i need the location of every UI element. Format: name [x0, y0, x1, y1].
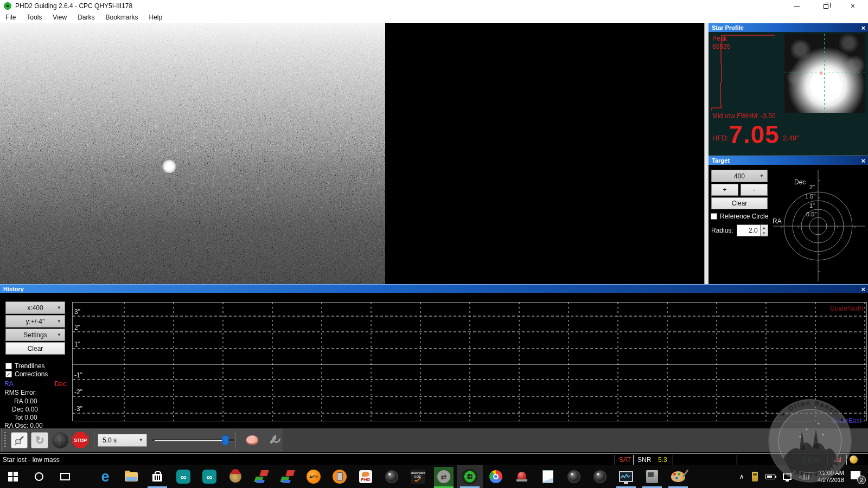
minimize-icon	[794, 6, 800, 7]
menu-view[interactable]: View	[47, 12, 72, 23]
ring-label-2: 2"	[809, 184, 815, 190]
auto-select-star-button[interactable]	[52, 432, 68, 448]
taskbar-item-backyard-eos[interactable]: BackyardEOS	[405, 465, 431, 488]
target-content: 400 ▼ + - Clear Reference Circle Radius:…	[709, 165, 868, 284]
taskbar-item-store[interactable]	[144, 465, 170, 488]
usb-device-icon[interactable]	[752, 472, 758, 481]
ra-axis-label: RA	[773, 217, 782, 225]
target-close-icon[interactable]: ×	[861, 157, 865, 165]
taskbar-item-arduino-2[interactable]: ∞	[196, 465, 222, 488]
battery-icon[interactable]	[765, 474, 775, 479]
taskbar-item-camera-1[interactable]	[379, 465, 405, 488]
status-separator	[737, 455, 737, 465]
taskbar-item-ascom-hub[interactable]: ⇄	[431, 465, 457, 488]
task-view-button[interactable]	[52, 465, 78, 488]
dec-legend-label[interactable]: Dec	[55, 380, 66, 388]
guide-star[interactable]	[162, 159, 176, 174]
taskbar-item-arduino-1[interactable]: ∞	[170, 465, 196, 488]
loop-exposures-button[interactable]: ↻	[31, 432, 48, 448]
history-xscale-dropdown[interactable]: x:400 ▼	[5, 301, 65, 314]
crosshair-horizontal-icon	[784, 73, 865, 73]
taskbar-item-edge[interactable]: e	[92, 465, 118, 488]
taskbar-item-sync-1[interactable]	[248, 465, 275, 488]
taskbar-item-notepad[interactable]	[535, 465, 561, 488]
taskbar-item-palette[interactable]	[665, 465, 691, 488]
stop-button[interactable]: STOP	[72, 432, 88, 448]
snr-label: SNR	[637, 456, 651, 464]
corrections-checkbox[interactable]: ✓	[5, 371, 12, 377]
hfd-value: 7.05	[729, 122, 780, 147]
phd2-target-icon	[462, 469, 477, 484]
status-bar: Star lost - low mass SAT SNR 5.3 Dark Ca…	[0, 453, 868, 465]
target-pane: Target × 400 ▼ + - Clear Reference Circl…	[709, 156, 868, 284]
taskbar-item-camera-3[interactable]	[587, 465, 613, 488]
store-icon	[152, 474, 162, 481]
search-button[interactable]	[26, 465, 52, 488]
taskbar-item-phd2-classic[interactable]: PHD	[353, 465, 379, 488]
advanced-settings-button[interactable]	[244, 432, 260, 448]
menu-darks[interactable]: Darks	[72, 12, 100, 23]
star-profile-curve	[709, 32, 782, 113]
taskbar-item-afx[interactable]: AFX	[301, 465, 327, 488]
ra-legend-label[interactable]: RA	[4, 380, 14, 388]
menu-help[interactable]: Help	[144, 12, 168, 23]
history-close-icon[interactable]: ×	[861, 285, 865, 293]
speaker-icon[interactable]: ◁)))	[799, 473, 809, 480]
trendlines-checkbox[interactable]	[5, 363, 12, 369]
taskbar-item-siren[interactable]	[509, 465, 535, 488]
alert-siren-icon	[516, 472, 527, 481]
chrome-icon	[489, 470, 502, 483]
history-settings-dropdown[interactable]: Settings ▼	[5, 329, 65, 341]
stretch-slider[interactable]	[152, 434, 232, 447]
history-yscale-dropdown[interactable]: y:+/-4'' ▼	[5, 315, 65, 328]
star-profile-close-icon[interactable]: ×	[861, 24, 865, 32]
ring-label-1p5: 1.5"	[805, 193, 815, 200]
menu-bookmarks[interactable]: Bookmarks	[100, 12, 144, 23]
y-label-m1: -1"	[74, 371, 82, 379]
taskbar-item-phd2-guiding[interactable]	[457, 465, 483, 488]
star-profile-pane: Star Profile × Peak 65535 + Mid row FWHM…	[709, 23, 868, 156]
taskbar-item-hand-controller[interactable]	[327, 465, 353, 488]
tray-chevron-icon[interactable]: ∧	[739, 473, 744, 480]
minimize-button[interactable]	[786, 0, 807, 12]
start-button[interactable]	[0, 465, 26, 488]
hand-controller-icon	[333, 470, 347, 484]
status-separator	[827, 455, 828, 465]
taskbar-item-graph-monitor[interactable]	[613, 465, 639, 488]
clock[interactable]: 12:00 AM 4/27/2018	[818, 470, 844, 484]
slider-handle[interactable]	[222, 435, 229, 445]
exposure-dropdown[interactable]: 5.0 s ▼	[98, 434, 147, 447]
loop-icon: ↻	[35, 434, 44, 447]
vertical-splitter[interactable]	[704, 23, 709, 284]
action-center-button[interactable]: 2	[851, 471, 863, 482]
arduino-icon: ∞	[202, 470, 216, 484]
file-explorer-icon	[125, 472, 138, 481]
exposure-value: 5.0 s	[103, 436, 117, 444]
hfd-readout: HFD: 7.05 2.49"	[712, 122, 799, 147]
camera-settings-button[interactable]	[264, 432, 281, 448]
taskbar-item-device[interactable]	[639, 465, 665, 488]
history-clear-button[interactable]: Clear	[5, 342, 65, 355]
backyard-eos-icon: BackyardEOS	[411, 470, 425, 484]
toolbar-grip[interactable]	[4, 432, 6, 448]
notification-badge: 2	[857, 476, 866, 484]
camera-lens-icon	[567, 470, 580, 483]
status-message: Star lost - low mass	[3, 456, 60, 464]
guide-camera-image[interactable]	[0, 23, 704, 284]
taskbar-item-file-explorer[interactable]	[118, 465, 144, 488]
fwhm-readout: Mid row FWHM: -3.50	[712, 112, 776, 120]
close-button[interactable]: ×	[842, 0, 864, 12]
brain-icon	[246, 435, 258, 445]
restore-button[interactable]	[815, 0, 837, 12]
taskbar-item-sync-2[interactable]	[275, 465, 301, 488]
guide-north-label: GuideNorth	[830, 305, 863, 312]
ring-label-0p5: 0.5"	[806, 211, 816, 217]
menu-tools[interactable]: Tools	[21, 12, 47, 23]
connect-camera-button[interactable]	[11, 432, 28, 448]
taskbar-item-centurion[interactable]	[222, 465, 248, 488]
taskbar-item-chrome[interactable]	[483, 465, 509, 488]
menu-bar: File Tools View Darks Bookmarks Help	[0, 12, 868, 23]
menu-file[interactable]: File	[0, 12, 21, 23]
network-icon[interactable]	[783, 473, 792, 480]
taskbar-item-camera-2[interactable]	[561, 465, 587, 488]
